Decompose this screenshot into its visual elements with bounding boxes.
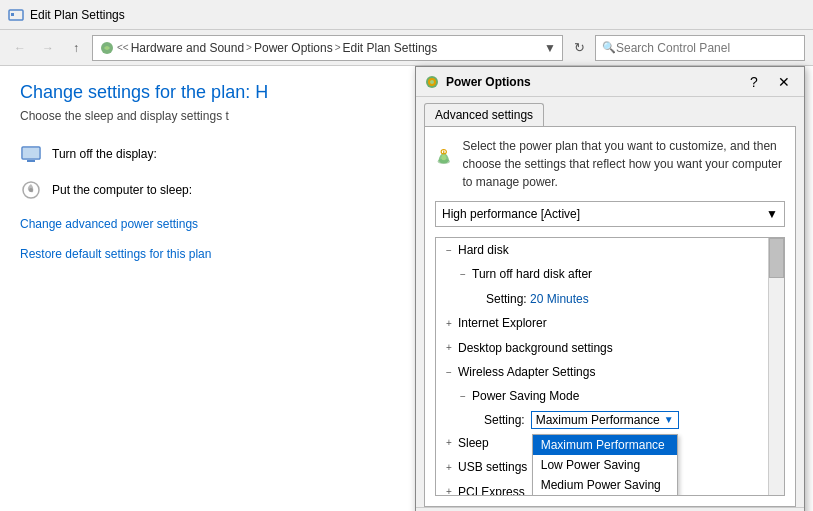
tree-item-setting-harddisk: Setting: 20 Minutes: [436, 287, 784, 311]
expander-wireless[interactable]: −: [442, 364, 456, 381]
expander-pci[interactable]: +: [442, 483, 456, 496]
label-harddisk: Hard disk: [458, 240, 509, 260]
dialog-tabs: Advanced settings: [416, 97, 804, 126]
address-bar: ← → ↑ << Hardware and Sound > Power Opti…: [0, 30, 813, 66]
breadcrumb-power[interactable]: Power Options: [254, 41, 333, 55]
tree-item-wireless[interactable]: − Wireless Adapter Settings: [436, 360, 784, 384]
svg-point-9: [429, 79, 435, 85]
inline-dropdown-arrow: ▼: [664, 414, 674, 425]
advanced-settings-tab[interactable]: Advanced settings: [424, 103, 544, 127]
settings-tree: − Hard disk − Turn off hard disk after S…: [435, 237, 785, 496]
search-box[interactable]: 🔍: [595, 35, 805, 61]
dialog-footer: Restore plan defaults OK Cancel Apply: [416, 507, 804, 511]
dialog-icon: [424, 74, 440, 90]
setting-key-label: Setting:: [484, 413, 525, 427]
title-bar: Edit Plan Settings: [0, 0, 813, 30]
tree-item-powersaving[interactable]: − Power Saving Mode: [436, 384, 784, 408]
up-button[interactable]: ↑: [64, 36, 88, 60]
sleep-icon: [20, 179, 42, 201]
label-turnoff: Turn off hard disk after: [472, 264, 592, 284]
display-icon: [20, 143, 42, 165]
power-options-dialog: Power Options ? ✕ Advanced settings: [415, 66, 805, 511]
label-wireless: Wireless Adapter Settings: [458, 362, 595, 382]
dialog-title: Power Options: [446, 75, 736, 89]
breadcrumb-hardware[interactable]: Hardware and Sound: [131, 41, 244, 55]
tree-item-desktop[interactable]: + Desktop background settings: [436, 336, 784, 360]
search-icon: 🔍: [602, 41, 616, 54]
label-powersaving: Power Saving Mode: [472, 386, 579, 406]
breadcrumb-prefix: <<: [117, 42, 129, 53]
label-desktop: Desktop background settings: [458, 338, 613, 358]
power-icon: [435, 137, 453, 177]
svg-point-7: [29, 188, 33, 192]
svg-rect-5: [23, 148, 39, 158]
expander-turnoff[interactable]: −: [456, 266, 470, 283]
label-pci: PCI Express: [458, 482, 525, 496]
expander-desktop[interactable]: +: [442, 339, 456, 356]
dialog-body: Select the power plan that you want to c…: [424, 126, 796, 507]
breadcrumb-arrow-1: >: [246, 42, 252, 53]
inline-dropdown-value: Maximum Performance: [536, 413, 660, 427]
search-input[interactable]: [616, 41, 798, 55]
expander-empty1: [470, 290, 484, 307]
forward-button[interactable]: →: [36, 36, 60, 60]
expander-ie[interactable]: +: [442, 315, 456, 332]
dropdown-option-medium-power[interactable]: Medium Power Saving: [533, 475, 677, 495]
setting-dropdown-row: Setting: Maximum Performance ▼ Maximum P…: [436, 409, 784, 431]
path-icon: [99, 40, 115, 56]
svg-rect-1: [11, 13, 14, 16]
label-usb: USB settings: [458, 457, 527, 477]
tree-item-harddisk[interactable]: − Hard disk: [436, 238, 784, 262]
back-button[interactable]: ←: [8, 36, 32, 60]
scrollbar-thumb: [769, 238, 784, 278]
address-path: << Hardware and Sound > Power Options > …: [92, 35, 563, 61]
expander-powersaving[interactable]: −: [456, 388, 470, 405]
svg-rect-4: [27, 160, 35, 162]
main-content: Change settings for the plan: H Choose t…: [0, 66, 813, 511]
expander-usb[interactable]: +: [442, 459, 456, 476]
path-dropdown-arrow[interactable]: ▼: [544, 41, 556, 55]
expander-sleep[interactable]: +: [442, 434, 456, 451]
plan-dropdown-arrow: ▼: [766, 207, 778, 221]
label-sleep: Sleep: [458, 433, 489, 453]
close-button[interactable]: ✕: [772, 72, 796, 92]
expander-harddisk[interactable]: −: [442, 242, 456, 259]
dropdown-popup: Maximum Performance Low Power Saving Med…: [532, 434, 678, 496]
title-text: Edit Plan Settings: [30, 8, 125, 22]
dropdown-option-low-power[interactable]: Low Power Saving: [533, 455, 677, 475]
plan-dropdown[interactable]: High performance [Active] ▼: [435, 201, 785, 227]
label-setting-harddisk: Setting: 20 Minutes: [486, 289, 589, 309]
dropdown-option-max-perf[interactable]: Maximum Performance: [533, 435, 677, 455]
dialog-title-bar: Power Options ? ✕: [416, 67, 804, 97]
value-harddisk: 20 Minutes: [530, 292, 589, 306]
window-icon: [8, 7, 24, 23]
breadcrumb-arrow-2: >: [335, 42, 341, 53]
refresh-button[interactable]: ↻: [567, 36, 591, 60]
tree-scrollbar[interactable]: [768, 238, 784, 495]
plan-dropdown-value: High performance [Active]: [442, 207, 580, 221]
help-button[interactable]: ?: [742, 72, 766, 92]
label-ie: Internet Explorer: [458, 313, 547, 333]
inline-dropdown[interactable]: Maximum Performance ▼ Maximum Performanc…: [531, 411, 679, 429]
dialog-description: Select the power plan that you want to c…: [435, 137, 785, 191]
tree-item-turnoff[interactable]: − Turn off hard disk after: [436, 262, 784, 286]
dialog-description-text: Select the power plan that you want to c…: [463, 137, 785, 191]
breadcrumb-edit[interactable]: Edit Plan Settings: [343, 41, 438, 55]
tree-item-ie[interactable]: + Internet Explorer: [436, 311, 784, 335]
